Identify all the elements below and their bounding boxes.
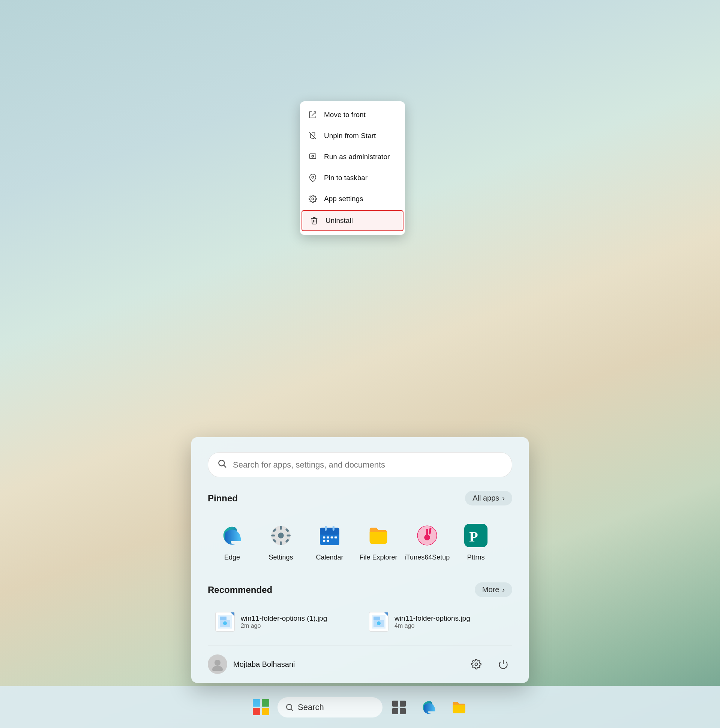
ctx-unpin[interactable]: Unpin from Start — [300, 125, 405, 146]
file1-icon — [215, 612, 235, 632]
app-edge[interactable]: Edge — [208, 516, 256, 567]
taskbar-edge-icon — [421, 699, 437, 716]
taskview-icon — [391, 699, 407, 716]
svg-point-46 — [312, 198, 314, 200]
svg-rect-5 — [280, 541, 282, 545]
file2-name: win11-folder-options.jpg — [395, 614, 470, 622]
ctx-move-to-front[interactable]: Move to front — [300, 104, 405, 125]
recommended-header: Recommended More › — [208, 583, 512, 597]
app-file-explorer[interactable]: File Explorer — [354, 516, 403, 567]
edge-label: Edge — [224, 554, 240, 561]
file1-name: win11-folder-options (1).jpg — [241, 614, 327, 622]
search-bar[interactable]: Search for apps, settings, and documents — [208, 452, 512, 477]
svg-rect-16 — [333, 526, 334, 531]
svg-rect-32 — [220, 616, 226, 620]
file2-icon — [369, 612, 389, 632]
file-explorer-icon — [365, 522, 392, 549]
file2-time: 4m ago — [395, 622, 470, 629]
calendar-label: Calendar — [316, 554, 343, 561]
taskbar-search[interactable]: Search — [278, 697, 383, 717]
search-placeholder: Search for apps, settings, and documents — [233, 460, 385, 470]
svg-point-40 — [475, 663, 478, 666]
calendar-icon — [316, 522, 343, 549]
pttrns-icon: P — [462, 522, 490, 549]
app-calendar[interactable]: Calendar — [305, 516, 354, 567]
uninstall-icon — [309, 216, 319, 226]
svg-rect-22 — [326, 540, 329, 542]
pinned-header: Pinned All apps › — [208, 491, 512, 505]
ctx-uninstall-label: Uninstall — [325, 217, 353, 225]
pttrns-label: Pttrns — [467, 554, 485, 561]
svg-point-47 — [287, 704, 292, 710]
recommended-title: Recommended — [208, 585, 272, 595]
svg-rect-7 — [287, 534, 291, 536]
taskbar-search-text: Search — [298, 702, 324, 712]
app-itunes[interactable]: iTunes64Setup — [403, 516, 452, 567]
windows-logo-icon — [253, 699, 269, 716]
svg-point-39 — [212, 666, 223, 671]
file2-info: win11-folder-options.jpg 4m ago — [395, 614, 470, 629]
taskbar-file-explorer[interactable] — [445, 694, 473, 721]
taskbar: Search — [0, 686, 720, 728]
user-name: Mojtaba Bolhasani — [233, 660, 295, 669]
taskbar-edge[interactable] — [415, 694, 442, 721]
svg-rect-14 — [320, 532, 339, 535]
context-menu: Move to front Unpin from Start Run as ad… — [300, 101, 405, 235]
settings-icon — [267, 522, 294, 549]
all-apps-button[interactable]: All apps › — [465, 491, 512, 505]
svg-rect-26 — [426, 529, 428, 537]
settings-button[interactable] — [467, 655, 485, 673]
file1-info: win11-folder-options (1).jpg 2m ago — [241, 614, 327, 629]
itunes-label: iTunes64Setup — [405, 554, 450, 561]
settings-label: Settings — [268, 554, 293, 561]
svg-point-37 — [377, 621, 381, 625]
svg-rect-4 — [280, 526, 282, 529]
rec-item-file2[interactable]: win11-folder-options.jpg 4m ago — [362, 606, 512, 638]
ctx-pin-taskbar[interactable]: Pin to taskbar — [300, 167, 405, 188]
svg-rect-17 — [323, 537, 325, 538]
svg-point-33 — [223, 621, 227, 625]
ctx-run-admin[interactable]: Run as administrator — [300, 146, 405, 167]
user-bar: Mojtaba Bolhasani — [208, 645, 512, 683]
edge-icon — [219, 522, 246, 549]
pin-taskbar-icon — [308, 173, 318, 183]
svg-rect-51 — [392, 708, 398, 714]
app-settings[interactable]: Settings — [256, 516, 305, 567]
taskview-button[interactable] — [386, 694, 412, 721]
svg-text:P: P — [469, 528, 478, 544]
rec-item-file1[interactable]: win11-folder-options (1).jpg 2m ago — [208, 606, 358, 638]
ctx-uninstall[interactable]: Uninstall — [302, 210, 404, 231]
svg-rect-18 — [326, 537, 329, 538]
svg-line-48 — [291, 709, 294, 711]
file-explorer-label: File Explorer — [359, 554, 397, 561]
chevron-right-icon: › — [502, 494, 505, 502]
ctx-app-settings-label: App settings — [324, 195, 363, 203]
taskbar-search-icon — [285, 703, 294, 712]
file1-time: 2m ago — [241, 622, 327, 629]
start-button[interactable] — [247, 694, 275, 721]
svg-rect-19 — [331, 537, 333, 538]
search-icon — [217, 459, 227, 471]
svg-rect-15 — [325, 526, 326, 531]
ctx-unpin-label: Unpin from Start — [324, 132, 376, 140]
app-settings-icon — [308, 194, 318, 204]
svg-rect-20 — [334, 537, 337, 538]
avatar — [208, 655, 227, 674]
svg-rect-21 — [323, 540, 325, 542]
ctx-move-to-front-label: Move to front — [324, 111, 366, 119]
ctx-app-settings[interactable]: App settings — [300, 188, 405, 210]
chevron-right-icon: › — [502, 586, 505, 594]
svg-rect-50 — [400, 700, 406, 707]
svg-rect-49 — [392, 700, 398, 707]
pinned-grid: Edge — [208, 516, 512, 567]
user-info[interactable]: Mojtaba Bolhasani — [208, 655, 295, 674]
svg-point-45 — [312, 176, 314, 178]
user-actions — [467, 655, 512, 673]
ctx-run-admin-label: Run as administrator — [324, 153, 390, 161]
more-button[interactable]: More › — [475, 583, 512, 597]
app-pttrns[interactable]: P Pttrns — [452, 516, 500, 567]
itunes-icon — [413, 522, 441, 549]
pinned-title: Pinned — [208, 493, 238, 503]
power-button[interactable] — [494, 655, 512, 673]
run-admin-icon — [308, 151, 318, 162]
